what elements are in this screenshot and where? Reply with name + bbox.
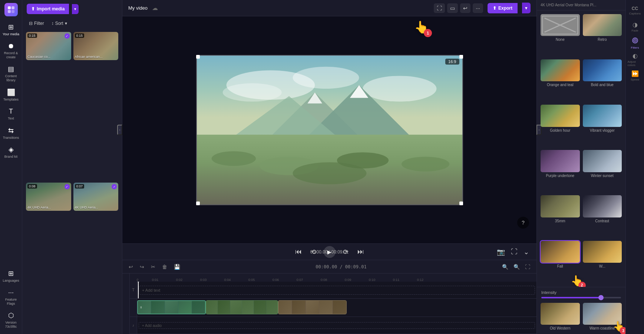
timeline-ruler: 0 0:01 0:02 0:03 0:04 0:05 0:06 0:07 0:0… (130, 274, 536, 282)
crop-tool-button[interactable]: ⛶ (434, 3, 445, 13)
sidebar-item-templates[interactable]: ⬜ Templates (1, 86, 21, 104)
media-item-3[interactable]: 0:08 ✓ 4K UHD Aeria... (26, 183, 71, 211)
cursor-annotation-1: 👆 1 (414, 20, 429, 34)
fit-timeline-button[interactable]: ⛶ (523, 263, 532, 271)
sidebar-item-text[interactable]: T Text (1, 105, 21, 123)
cursor-annotation-2: 👆 2 (571, 275, 584, 287)
filter-fall[interactable]: Fall 👆 2 (541, 241, 580, 283)
zoom-in-button[interactable]: 🔍 (512, 263, 522, 271)
filter-thumb-warm (583, 241, 622, 263)
cut-button[interactable]: ✂ (149, 263, 157, 271)
clip-frames-3 (278, 301, 346, 314)
fade-icon: ◑ (633, 21, 638, 28)
skip-back-button[interactable]: ⏮ (294, 246, 303, 257)
filter-vibrant[interactable]: Vibrant vlogger (583, 105, 622, 147)
speed-button[interactable]: ⏩ Speed (628, 68, 643, 83)
fullscreen-button[interactable]: ⛶ (509, 246, 519, 258)
text-icon: T (9, 108, 13, 115)
sidebar-item-version[interactable]: ⬡ Version 73c5f8c (1, 309, 21, 331)
export-button[interactable]: ⬆ Export (488, 3, 518, 13)
export-icon: ⬆ (493, 6, 496, 11)
help-button[interactable]: ? (517, 217, 529, 229)
video-clip-3[interactable] (278, 300, 347, 314)
filter-none[interactable]: None (541, 14, 580, 56)
filter-thumb-bold-blue (583, 59, 622, 81)
undo-button[interactable]: ↩ (127, 263, 135, 271)
filter-old-western[interactable]: Old Western (541, 303, 580, 330)
text-track-label: T (130, 282, 137, 298)
import-media-arrow-button[interactable]: ▾ (72, 4, 79, 14)
filters-button[interactable]: Filters (628, 36, 643, 50)
sidebar-item-brandkit[interactable]: ◈ Brand kit (1, 143, 21, 161)
subtitles-tool-button[interactable]: ▭ (447, 3, 458, 13)
duration-badge-2: 0:15 (75, 33, 85, 38)
filter-warm-coastline[interactable]: Warm coastline 👆 3 (583, 303, 622, 330)
collapse-left-button[interactable]: ‹ (117, 125, 122, 135)
media-item-2[interactable]: 0:15 African american... (73, 32, 119, 60)
fade-button[interactable]: ◑ Fade (628, 19, 643, 34)
playback-bar: ⏮ ⟲ ▶ ⟳ ⏭ 00:00.00 / 00:09.01 📷 ⛶ ⌄ (122, 243, 536, 260)
add-audio-placeholder[interactable]: + Add audio (139, 322, 535, 329)
sort-button[interactable]: ↕ Sort ▾ (49, 19, 69, 27)
filter-button[interactable]: ⊟ Filter (27, 19, 46, 27)
zoom-out-button[interactable]: 🔍 (500, 263, 510, 271)
media-label-1: Caucasian co... (27, 55, 70, 59)
import-media-button[interactable]: ⬆ Import media (27, 4, 69, 14)
redo-button[interactable]: ↪ (138, 263, 146, 271)
sidebar-item-media[interactable]: ⊞ Your media (1, 21, 21, 39)
more-tools-button[interactable]: ··· (473, 3, 483, 13)
filter-winter[interactable]: Winter sunset (583, 150, 622, 192)
sidebar-item-transitions[interactable]: ⇆ Transitions (1, 124, 21, 142)
delete-button[interactable]: 🗑 (160, 263, 169, 271)
media-item-4[interactable]: 0:07 ✓ 4K UHD Aeria... (73, 183, 119, 211)
canvas-handle-br[interactable] (459, 202, 463, 205)
filter-retro[interactable]: Retro (583, 14, 622, 56)
sidebar-item-record[interactable]: ⏺ Record & create (1, 40, 21, 62)
save-button[interactable]: 💾 (172, 263, 182, 271)
version-icon: ⬡ (8, 311, 14, 320)
duration-badge-4: 0:07 (75, 184, 85, 189)
media-grid: 0:15 ✓ Caucasian co... 0:15 African amer… (22, 29, 122, 334)
canvas-handle-bl[interactable] (196, 202, 200, 205)
skip-forward-button[interactable]: ⏭ (356, 246, 366, 257)
sidebar-item-content[interactable]: ▤ Content library (1, 63, 21, 85)
video-clip-1[interactable]: ⏸ (137, 300, 206, 314)
media-item-1[interactable]: 0:15 ✓ Caucasian co... (26, 32, 71, 60)
intensity-slider-track[interactable] (541, 297, 621, 298)
timeline-toolbar: ↩ ↪ ✂ 🗑 💾 00:00.00 / 00:09.01 🔍 🔍 ⛶ (122, 260, 536, 274)
svg-point-25 (634, 40, 635, 41)
video-clip-2[interactable] (206, 300, 278, 314)
undo-tool-button[interactable]: ↩ (460, 3, 470, 13)
sidebar-item-languages[interactable]: ⊞ Languages (1, 267, 21, 285)
annotation-badge-1: 1 (424, 29, 432, 37)
scroll-down-button[interactable]: ⌄ (522, 246, 531, 258)
filter-label-warm: W... (583, 264, 622, 268)
filter-35mm[interactable]: 35mm (541, 195, 580, 238)
cloud-save-icon: ☁ (152, 4, 158, 12)
filter-golden[interactable]: Golden hour (541, 105, 580, 147)
filter-orange-teal[interactable]: Orange and teal (541, 59, 580, 102)
filter-label-orange-teal: Orange and teal (541, 83, 580, 87)
screenshot-button[interactable]: 📷 (495, 246, 506, 258)
captions-button[interactable]: CC Captions (628, 3, 643, 18)
video-preview: ‹ (122, 16, 536, 243)
filter-thumb-warm-coastline (583, 303, 622, 325)
canvas-handle-tr[interactable] (459, 55, 463, 59)
add-text-placeholder[interactable]: + Add text (139, 286, 535, 295)
filter-grid-bottom: Old Western Warm coastline 👆 3 (537, 301, 625, 334)
filter-warm[interactable]: W... (583, 241, 622, 283)
filter-contrast[interactable]: Contrast (583, 195, 622, 238)
canvas-handle-tl[interactable] (196, 55, 200, 59)
playback-right-controls: 📷 ⛶ ⌄ (495, 246, 531, 258)
icons-panel: CC Captions ◑ Fade Filters ◐ Adjust colo… (625, 0, 644, 334)
svg-point-7 (363, 76, 436, 101)
filter-thumb-none (541, 14, 580, 36)
export-arrow-button[interactable]: ▾ (522, 3, 531, 13)
intensity-slider-thumb[interactable] (598, 295, 604, 300)
filter-bold-blue[interactable]: Bold and blue (583, 59, 622, 102)
right-panel-video-title: 4K UHD Aerial Over Montana Pl... (537, 0, 625, 10)
media-label-4: 4K UHD Aeria... (75, 206, 117, 209)
filter-purple[interactable]: Purple undertone (541, 150, 580, 192)
adjust-colors-button[interactable]: ◐ Adjust colors (628, 52, 643, 67)
sidebar-item-more[interactable]: ··· Feature Flags (1, 286, 21, 308)
